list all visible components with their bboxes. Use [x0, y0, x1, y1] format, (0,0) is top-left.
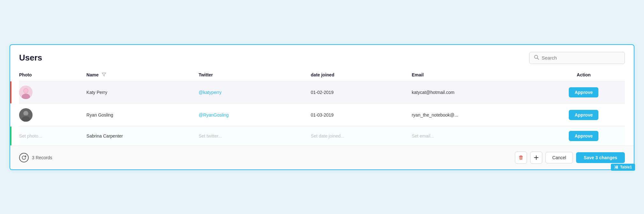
cell-date-2: 01-03-2019 [311, 103, 412, 126]
cell-date-1: 01-02-2019 [311, 81, 412, 103]
cell-email-2: ryan_the_notebook@... [412, 103, 546, 126]
avatar [19, 86, 33, 99]
twitter-link-1[interactable]: @katyperry [199, 90, 222, 95]
outer-wrapper: Users Photo [10, 44, 634, 170]
delete-button[interactable] [515, 152, 527, 164]
users-card: Users Photo [10, 44, 634, 170]
footer-left: 3 Records [19, 153, 52, 162]
cell-name-3: Sabrina Carpenter [86, 126, 199, 146]
add-row-button[interactable] [530, 152, 542, 164]
cell-name-1: Katy Perry [86, 81, 199, 103]
card-header: Users [10, 45, 634, 69]
cell-photo-1 [19, 81, 86, 103]
cell-action-2: Approve [546, 103, 625, 126]
col-header-date: date joined [311, 69, 412, 81]
cell-twitter-1: @katyperry [199, 81, 311, 103]
cell-photo-3: Set photo... [19, 126, 86, 146]
row-indicator-red [10, 81, 11, 103]
search-input[interactable] [542, 55, 620, 61]
search-icon [534, 55, 539, 61]
cell-action-1: Approve [546, 81, 625, 103]
approve-button-1[interactable]: Approve [569, 87, 598, 97]
set-date-placeholder[interactable]: Set date joined... [311, 133, 344, 139]
table-body: Katy Perry @katyperry 01-02-2019 katycat… [19, 81, 625, 146]
search-box[interactable] [529, 52, 625, 64]
save-changes-button[interactable]: Save 3 changes [576, 152, 625, 163]
reload-icon[interactable] [19, 153, 29, 162]
table-header: Photo Name [19, 69, 625, 81]
approve-button-2[interactable]: Approve [569, 110, 598, 120]
cancel-button[interactable]: Cancel [545, 152, 573, 163]
cell-name-2: Ryan Gosling [86, 103, 199, 126]
table-row: Set photo... Sabrina Carpenter Set twitt… [19, 126, 625, 146]
cell-action-3: Approve [546, 126, 625, 146]
col-header-name: Name [86, 69, 199, 81]
cell-email-3: Set email... [412, 126, 546, 146]
table1-badge[interactable]: Table1 [611, 164, 635, 171]
records-count: 3 Records [32, 155, 52, 160]
set-email-placeholder[interactable]: Set email... [412, 133, 434, 139]
svg-point-5 [24, 89, 28, 93]
cell-date-3: Set date joined... [311, 126, 412, 146]
users-table: Photo Name [19, 69, 625, 146]
cell-twitter-3: Set twitter... [199, 126, 311, 146]
approve-button-3[interactable]: Approve [569, 131, 598, 141]
set-photo-placeholder[interactable]: Set photo... [19, 133, 42, 139]
cell-photo-2 [19, 103, 86, 126]
set-twitter-placeholder[interactable]: Set twitter... [199, 133, 222, 139]
col-header-photo: Photo [19, 69, 86, 81]
avatar [19, 108, 33, 122]
twitter-link-2[interactable]: @RyanGosling [199, 112, 229, 118]
col-header-email: Email [412, 69, 546, 81]
cell-twitter-2: @RyanGosling [199, 103, 311, 126]
row-indicator-green [10, 126, 11, 146]
footer-right: Cancel Save 3 changes [515, 152, 625, 164]
col-header-action: Action [546, 69, 625, 81]
svg-rect-12 [520, 157, 522, 159]
svg-rect-10 [24, 115, 27, 116]
card-footer: 3 Records [10, 146, 634, 169]
cell-email-1: katycat@hotmail.com [412, 81, 546, 103]
table-container: Photo Name [10, 69, 634, 146]
svg-line-1 [538, 58, 539, 59]
col-header-twitter: Twitter [199, 69, 311, 81]
svg-point-9 [24, 111, 28, 116]
table-row: Katy Perry @katyperry 01-02-2019 katycat… [19, 81, 625, 103]
page-title: Users [19, 53, 42, 63]
filter-icon[interactable] [102, 72, 106, 78]
table-row: Ryan Gosling @RyanGosling 01-03-2019 rya… [19, 103, 625, 126]
table1-label: Table1 [620, 165, 632, 169]
